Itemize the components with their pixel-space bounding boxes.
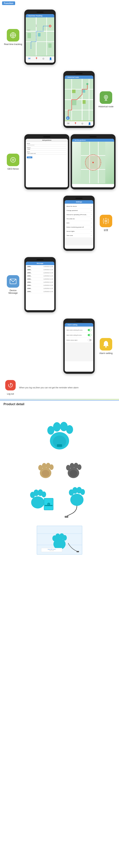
settings-item-2[interactable]: Interval for uploading GPS locat... › [65,213,93,217]
message-item-4[interactable]: 13546... 11/25/2016 11:26 [26,278,54,281]
product-gold-paw [34,458,57,481]
alarm-item-label-1: Alarm when exiting the area [67,335,81,336]
message-item-1[interactable]: 13546... 11/25/2016 11:26 [26,268,54,271]
message-phone: Message 13546... 11/25/2016 11:26 13546.… [24,257,56,312]
svg-rect-51 [105,218,106,219]
geofence-map-phone: ‹ Set the geofence [71,134,116,189]
msg-name-6: 13546... [27,285,31,286]
svg-point-73 [42,463,46,469]
nav-user-icon-2[interactable]: 👤 [88,122,91,125]
nav-map-icon-2[interactable]: 🗺 [67,122,69,125]
svg-point-48 [92,162,94,163]
alarm-toggle-0[interactable] [88,329,92,331]
feature-historical: Historical route ‹ Historical route [0,68,119,131]
realtime-label: Real time tracking [4,43,22,45]
phone-chip-5 [75,198,82,199]
settings-item-6[interactable]: Sensor lights › [65,229,93,234]
realtime-map-svg: Street A Ave B [26,18,54,56]
historical-label: Historical route [98,105,114,108]
product-usb-view [61,484,93,519]
envelope-icon [9,279,17,284]
settings-icon-box: 设置 [96,215,116,232]
product-main-device [35,409,84,455]
msg-time-0: 11/25/2016 11:26 [44,266,53,267]
nav-pin-icon[interactable]: 📍 [35,57,38,60]
svg-line-22 [106,99,107,100]
message-screen-header: Message [26,261,54,265]
geofence-icon-circle [7,154,19,166]
play-button[interactable]: ▶ [66,116,70,120]
historical-phone: ‹ Historical route [63,71,95,128]
alarm-item-2: Motion sensor alarm [65,338,93,343]
settings-item-label-1: Change password [67,210,78,211]
alarm-item-label-2: Motion sensor alarm [67,340,77,341]
power-icon [8,383,13,388]
geo-name-input[interactable]: XXXXXXXXXX [27,144,67,146]
svg-point-82 [70,470,77,477]
svg-rect-53 [103,221,104,221]
settings-item-3[interactable]: The white list › [65,217,93,221]
settings-item-0[interactable]: About the device › [65,204,93,209]
settings-item-label-3: The white list [67,218,75,220]
alarm-title: Alarm setting [67,324,77,326]
msg-name-3: 13546... [27,275,31,277]
product-detail-title: Product detail [3,402,116,406]
message-screen: Message 13546... 11/25/2016 11:26 13546.… [26,261,54,310]
settings-chevron-7: › [91,235,92,236]
set-geo-title: Set the geofence [75,140,86,141]
geo-name-field: Name XXXXXXXXXX [27,143,67,146]
geo-alarm-input[interactable]: alarm (enter+exit) [27,153,67,155]
nav-pin-icon-2[interactable]: 📍 [74,122,77,125]
geofence-label: GEO-fence [7,167,19,170]
nav-gear-icon[interactable]: ⚙ [42,57,45,60]
geo-radius-input[interactable]: 500M [27,148,67,151]
alarm-toggle-1[interactable] [88,334,92,336]
message-item-3[interactable]: 13546... 11/25/2016 11:26 [26,275,54,278]
nav-gear-icon-2[interactable]: ⚙ [81,122,84,125]
svg-point-75 [49,464,54,470]
product-row-3 [3,484,116,519]
logout-section: Log out When you log out,then you can no… [0,377,119,398]
message-item-0[interactable]: 13546... 11/25/2016 11:26 [26,265,54,268]
geofence-form: Name XXXXXXXXXX Radius 500M Alarm alarm … [26,142,68,159]
realtime-icon-circle [7,29,19,41]
logout-icon-circle[interactable] [5,380,16,391]
feature-geofence: GEO-fence Add geofence Name XXXXXXXXXX R… [0,131,119,192]
settings-label: 设置 [104,229,108,232]
settings-chevron-5: › [91,226,92,228]
alarm-toggle-2[interactable] [88,339,92,341]
msg-time-5: 11/25/2016 11:26 [44,282,53,283]
alarm-screen-header: ‹ Alarm setting [65,323,93,327]
historical-screen-title: Historical route [67,76,79,78]
svg-point-72 [38,465,43,470]
product-side-view [26,484,58,519]
target-icon [10,32,16,38]
message-list: 13546... 11/25/2016 11:26 13546... 11/25… [26,265,54,307]
svg-point-2 [13,35,14,36]
message-item-5[interactable]: 13546... 11/25/2016 11:26 [26,281,54,284]
realtime-phone: ‹ Real-time Tracking [24,9,56,65]
geo-save-button[interactable]: Save [27,156,32,158]
message-item-6[interactable]: 13546... 11/25/2016 11:26 [26,284,54,287]
svg-point-34 [87,84,88,84]
msg-name-5: 13546... [27,282,31,283]
svg-rect-35 [72,90,75,93]
alarm-phone: ‹ Alarm setting Alarm when entering the … [63,318,95,374]
historical-map-svg [65,79,93,121]
svg-point-98 [80,489,85,495]
message-item-2[interactable]: 13546... 11/25/2016 11:26 [26,271,54,275]
settings-item-4[interactable]: SOS › [65,221,93,225]
settings-item-label-6: Sensor lights [67,230,74,232]
gold-paw-svg [35,459,56,480]
svg-rect-58 [108,222,109,223]
svg-text:Smart GPS Tracker: Smart GPS Tracker [48,549,55,550]
product-row-2 [3,458,116,481]
message-item-7[interactable]: 13546... 11/25/2016 11:26 [26,287,54,290]
settings-item-7[interactable]: Time zone › [65,234,93,238]
nav-user-icon[interactable]: 👤 [49,57,52,60]
settings-item-1[interactable]: Change password › [65,209,93,213]
settings-item-5[interactable]: Motion monitoring power-off › [65,225,93,229]
message-item-8[interactable]: 13546... 11/25/2016 11:26 [26,290,54,293]
nav-map-icon[interactable]: 🗺 [28,57,30,60]
svg-rect-37 [72,100,76,105]
